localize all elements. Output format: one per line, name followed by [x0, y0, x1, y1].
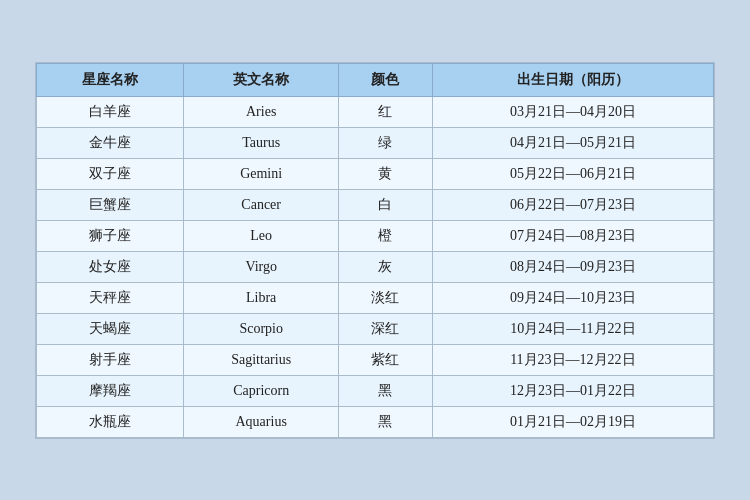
- cell-dates: 10月24日—11月22日: [432, 313, 713, 344]
- cell-color: 紫红: [339, 344, 433, 375]
- cell-dates: 12月23日—01月22日: [432, 375, 713, 406]
- table-row: 摩羯座Capricorn黑12月23日—01月22日: [37, 375, 714, 406]
- table-row: 巨蟹座Cancer白06月22日—07月23日: [37, 189, 714, 220]
- cell-color: 黑: [339, 406, 433, 437]
- table-row: 金牛座Taurus绿04月21日—05月21日: [37, 127, 714, 158]
- cell-color: 红: [339, 96, 433, 127]
- table-body: 白羊座Aries红03月21日—04月20日金牛座Taurus绿04月21日—0…: [37, 96, 714, 437]
- cell-english-name: Taurus: [184, 127, 339, 158]
- cell-dates: 11月23日—12月22日: [432, 344, 713, 375]
- cell-english-name: Cancer: [184, 189, 339, 220]
- cell-english-name: Scorpio: [184, 313, 339, 344]
- cell-chinese-name: 摩羯座: [37, 375, 184, 406]
- cell-chinese-name: 处女座: [37, 251, 184, 282]
- cell-color: 白: [339, 189, 433, 220]
- cell-chinese-name: 双子座: [37, 158, 184, 189]
- cell-dates: 04月21日—05月21日: [432, 127, 713, 158]
- cell-color: 黄: [339, 158, 433, 189]
- cell-dates: 09月24日—10月23日: [432, 282, 713, 313]
- cell-chinese-name: 白羊座: [37, 96, 184, 127]
- cell-english-name: Virgo: [184, 251, 339, 282]
- cell-color: 橙: [339, 220, 433, 251]
- cell-chinese-name: 巨蟹座: [37, 189, 184, 220]
- table-row: 处女座Virgo灰08月24日—09月23日: [37, 251, 714, 282]
- cell-color: 淡红: [339, 282, 433, 313]
- cell-chinese-name: 射手座: [37, 344, 184, 375]
- header-color: 颜色: [339, 63, 433, 96]
- cell-english-name: Sagittarius: [184, 344, 339, 375]
- cell-english-name: Gemini: [184, 158, 339, 189]
- table-row: 天蝎座Scorpio深红10月24日—11月22日: [37, 313, 714, 344]
- cell-english-name: Leo: [184, 220, 339, 251]
- cell-english-name: Aquarius: [184, 406, 339, 437]
- table-row: 水瓶座Aquarius黑01月21日—02月19日: [37, 406, 714, 437]
- zodiac-table-container: 星座名称 英文名称 颜色 出生日期（阳历） 白羊座Aries红03月21日—04…: [35, 62, 715, 439]
- cell-color: 黑: [339, 375, 433, 406]
- cell-english-name: Capricorn: [184, 375, 339, 406]
- cell-dates: 08月24日—09月23日: [432, 251, 713, 282]
- cell-chinese-name: 天蝎座: [37, 313, 184, 344]
- header-chinese-name: 星座名称: [37, 63, 184, 96]
- cell-color: 绿: [339, 127, 433, 158]
- cell-chinese-name: 天秤座: [37, 282, 184, 313]
- cell-dates: 06月22日—07月23日: [432, 189, 713, 220]
- table-header-row: 星座名称 英文名称 颜色 出生日期（阳历）: [37, 63, 714, 96]
- zodiac-table: 星座名称 英文名称 颜色 出生日期（阳历） 白羊座Aries红03月21日—04…: [36, 63, 714, 438]
- header-dates: 出生日期（阳历）: [432, 63, 713, 96]
- cell-chinese-name: 狮子座: [37, 220, 184, 251]
- table-row: 白羊座Aries红03月21日—04月20日: [37, 96, 714, 127]
- cell-color: 深红: [339, 313, 433, 344]
- cell-dates: 03月21日—04月20日: [432, 96, 713, 127]
- table-row: 天秤座Libra淡红09月24日—10月23日: [37, 282, 714, 313]
- cell-color: 灰: [339, 251, 433, 282]
- header-english-name: 英文名称: [184, 63, 339, 96]
- cell-english-name: Libra: [184, 282, 339, 313]
- table-row: 狮子座Leo橙07月24日—08月23日: [37, 220, 714, 251]
- cell-chinese-name: 水瓶座: [37, 406, 184, 437]
- table-row: 射手座Sagittarius紫红11月23日—12月22日: [37, 344, 714, 375]
- cell-chinese-name: 金牛座: [37, 127, 184, 158]
- cell-dates: 07月24日—08月23日: [432, 220, 713, 251]
- cell-english-name: Aries: [184, 96, 339, 127]
- cell-dates: 05月22日—06月21日: [432, 158, 713, 189]
- cell-dates: 01月21日—02月19日: [432, 406, 713, 437]
- table-row: 双子座Gemini黄05月22日—06月21日: [37, 158, 714, 189]
